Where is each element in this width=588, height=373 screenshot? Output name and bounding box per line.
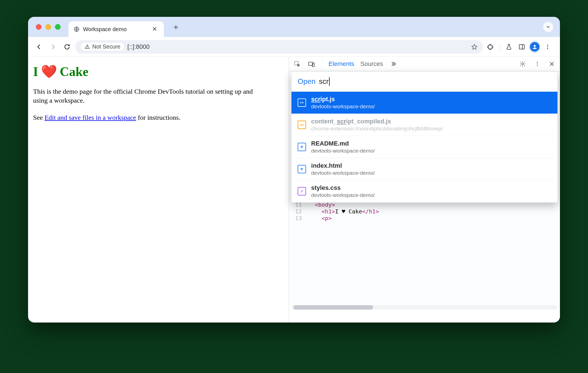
svg-point-5 xyxy=(534,45,536,47)
toolbar-divider xyxy=(500,43,500,51)
devtools-panel: Elements Sources 10 xyxy=(289,57,560,323)
settings-gear-icon[interactable] xyxy=(518,60,527,68)
security-label: Not Secure xyxy=(92,43,120,50)
workspace-tutorial-link[interactable]: Edit and save files in a workspace xyxy=(45,114,136,121)
browser-window: Workspace demo ✕ ＋ Not Secure [::]:8000 xyxy=(28,17,560,323)
device-toolbar-icon[interactable] xyxy=(307,60,316,68)
devtools-menu-icon[interactable] xyxy=(533,60,541,68)
extensions-icon[interactable] xyxy=(485,41,496,52)
heart-icon: ❤️ xyxy=(41,64,57,79)
page-heading: I ❤️ Cake xyxy=(33,64,284,79)
page-viewport: I ❤️ Cake This is the demo page for the … xyxy=(28,57,289,323)
devtools-tab-bar: Elements Sources xyxy=(289,57,560,71)
svg-point-15 xyxy=(537,65,538,66)
tab-close-button[interactable]: ✕ xyxy=(150,26,159,33)
page-paragraph-1: This is the demo page for the official C… xyxy=(33,87,263,105)
new-tab-button[interactable]: ＋ xyxy=(169,20,183,34)
url-text: [::]:8000 xyxy=(127,43,150,50)
command-query: scr xyxy=(319,77,330,86)
globe-icon xyxy=(74,26,80,32)
side-panel-icon[interactable] xyxy=(516,41,527,52)
source-line[interactable]: 12 <h1>I ♥ Cake</h1> xyxy=(291,208,560,215)
svg-point-7 xyxy=(547,46,548,47)
command-result-item[interactable]: script.js devtools-workspace-demo/ xyxy=(291,92,557,114)
svg-point-14 xyxy=(537,63,538,64)
command-result-item[interactable]: content_script_compiled.js chrome-extens… xyxy=(291,114,557,136)
result-filename: styles.css xyxy=(311,184,375,192)
labs-icon[interactable] xyxy=(503,41,514,52)
result-filename: README.md xyxy=(311,140,375,147)
file-type-icon xyxy=(298,98,306,107)
code-text: <h1>I ♥ Cake</h1> xyxy=(308,208,379,215)
svg-point-2 xyxy=(87,48,88,48)
tab-title: Workspace demo xyxy=(83,26,147,33)
result-path: devtools-workspace-demo/ xyxy=(311,170,375,176)
tab-sources[interactable]: Sources xyxy=(360,59,383,69)
kebab-menu-icon[interactable] xyxy=(542,41,553,52)
maximize-window-button[interactable] xyxy=(55,24,61,30)
inspect-element-icon[interactable] xyxy=(293,60,301,68)
result-filename: index.html xyxy=(311,162,375,169)
line-number: 12 xyxy=(291,208,304,215)
devtools-close-icon[interactable] xyxy=(548,60,556,68)
browser-toolbar: Not Secure [::]:8000 xyxy=(28,37,560,57)
para2-prefix: See xyxy=(33,114,45,121)
more-tabs-icon[interactable] xyxy=(389,60,398,68)
result-filename: content_script_compiled.js xyxy=(311,118,443,125)
browser-tab[interactable]: Workspace demo ✕ xyxy=(68,21,164,37)
close-window-button[interactable] xyxy=(36,24,42,30)
svg-point-8 xyxy=(547,48,548,49)
command-menu: Open scr script.js devtools-workspace-de… xyxy=(291,71,558,203)
file-type-icon xyxy=(298,121,306,129)
line-number: 13 xyxy=(291,215,304,222)
profile-button[interactable] xyxy=(529,41,540,52)
command-result-item[interactable]: styles.css devtools-workspace-demo/ xyxy=(291,180,557,202)
forward-button[interactable] xyxy=(47,41,59,53)
command-result-item[interactable]: index.html devtools-workspace-demo/ xyxy=(291,158,557,180)
tab-search-button[interactable] xyxy=(543,22,553,32)
bookmark-star-icon[interactable] xyxy=(471,43,478,50)
minimize-window-button[interactable] xyxy=(45,24,51,30)
address-bar[interactable]: Not Secure [::]:8000 xyxy=(75,40,483,54)
command-input-row[interactable]: Open scr xyxy=(291,72,557,92)
tab-strip: Workspace demo ✕ ＋ xyxy=(28,17,560,37)
horizontal-scrollbar[interactable] xyxy=(292,305,557,310)
para2-suffix: for instructions. xyxy=(136,114,180,121)
result-path: devtools-workspace-demo/ xyxy=(311,148,375,154)
svg-point-12 xyxy=(522,63,523,65)
content-area: I ❤️ Cake This is the demo page for the … xyxy=(28,57,560,323)
command-label: Open xyxy=(298,77,316,86)
heading-text-cake: Cake xyxy=(60,64,88,79)
file-type-icon xyxy=(298,165,306,173)
result-filename: script.js xyxy=(311,96,375,103)
window-controls xyxy=(36,24,61,30)
heading-text-i: I xyxy=(33,64,38,79)
code-text: <p> xyxy=(308,215,332,222)
result-path: devtools-workspace-demo/ xyxy=(311,192,375,198)
file-type-icon xyxy=(298,143,306,151)
toolbar-right xyxy=(485,41,555,52)
page-paragraph-2: See Edit and save files in a workspace f… xyxy=(33,113,263,122)
reload-button[interactable] xyxy=(61,41,73,53)
file-type-icon xyxy=(298,187,306,195)
result-path: chrome-extension://noondiphcddnnabmjcihc… xyxy=(311,126,443,132)
tab-elements[interactable]: Elements xyxy=(329,59,354,69)
svg-rect-3 xyxy=(519,45,524,49)
security-badge[interactable]: Not Secure xyxy=(80,42,125,51)
svg-point-6 xyxy=(547,44,548,45)
svg-point-13 xyxy=(537,62,538,63)
command-result-item[interactable]: README.md devtools-workspace-demo/ xyxy=(291,136,557,158)
source-line[interactable]: 13 <p> xyxy=(291,215,560,222)
back-button[interactable] xyxy=(33,41,45,53)
result-path: devtools-workspace-demo/ xyxy=(311,103,375,110)
